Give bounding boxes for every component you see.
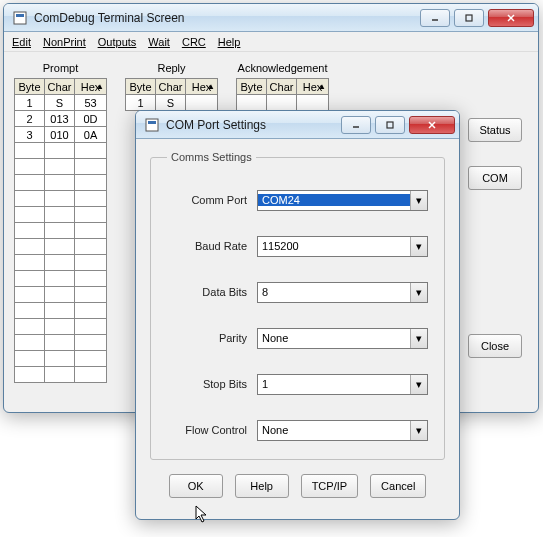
svg-rect-6 (146, 119, 158, 131)
col-byte[interactable]: Byte (126, 79, 156, 95)
menu-wait[interactable]: Wait (148, 36, 170, 48)
data-bits-label: Data Bits (167, 286, 247, 298)
stop-bits-select[interactable]: 1 ▾ (257, 374, 428, 395)
svg-rect-9 (387, 122, 393, 128)
close-window-button[interactable]: Close (468, 334, 522, 358)
parity-select[interactable]: None ▾ (257, 328, 428, 349)
dialog-titlebar[interactable]: COM Port Settings (136, 111, 459, 139)
table-row: 1S53 (15, 95, 107, 111)
dialog-minimize-button[interactable] (341, 116, 371, 134)
cursor-icon (195, 505, 211, 525)
col-hex[interactable]: Hex▲ (297, 79, 329, 95)
chevron-down-icon[interactable]: ▾ (410, 191, 427, 210)
dialog-title: COM Port Settings (166, 118, 341, 132)
ok-button[interactable]: OK (169, 474, 223, 498)
menu-edit[interactable]: Edit (12, 36, 31, 48)
dialog-icon (144, 117, 160, 133)
help-button[interactable]: Help (235, 474, 289, 498)
baud-label: Baud Rate (167, 240, 247, 252)
status-button[interactable]: Status (468, 118, 522, 142)
chevron-down-icon[interactable]: ▾ (410, 329, 427, 348)
baud-select[interactable]: 115200 ▾ (257, 236, 428, 257)
com-button[interactable]: COM (468, 166, 522, 190)
com-port-settings-dialog: COM Port Settings Comms Settings Comm Po… (135, 110, 460, 520)
comm-port-value: COM24 (258, 194, 410, 206)
sort-up-icon: ▲ (318, 82, 326, 91)
col-byte[interactable]: Byte (237, 79, 267, 95)
comms-settings-group: Comms Settings Comm Port COM24 ▾ Baud Ra… (150, 151, 445, 460)
col-char[interactable]: Char (45, 79, 75, 95)
cancel-button[interactable]: Cancel (370, 474, 426, 498)
comm-port-select[interactable]: COM24 ▾ (257, 190, 428, 211)
col-char[interactable]: Char (267, 79, 297, 95)
dialog-close-button[interactable] (409, 116, 455, 134)
app-icon (12, 10, 28, 26)
sort-up-icon: ▲ (96, 82, 104, 91)
stop-bits-label: Stop Bits (167, 378, 247, 390)
minimize-button[interactable] (420, 9, 450, 27)
table-row: 1S (126, 95, 218, 111)
col-byte[interactable]: Byte (15, 79, 45, 95)
prompt-label: Prompt (43, 62, 78, 74)
maximize-button[interactable] (454, 9, 484, 27)
flow-select[interactable]: None ▾ (257, 420, 428, 441)
chevron-down-icon[interactable]: ▾ (410, 375, 427, 394)
prompt-table[interactable]: Byte Char Hex▲ 1S53 20130D 30100A (14, 78, 107, 383)
col-char[interactable]: Char (156, 79, 186, 95)
menubar: Edit NonPrint Outputs Wait CRC Help (4, 32, 538, 52)
ack-table[interactable]: Byte Char Hex▲ (236, 78, 329, 111)
data-bits-select[interactable]: 8 ▾ (257, 282, 428, 303)
svg-rect-1 (16, 14, 24, 17)
main-title: ComDebug Terminal Screen (34, 11, 420, 25)
col-hex[interactable]: Hex▲ (75, 79, 107, 95)
ack-label: Acknowledgement (238, 62, 328, 74)
main-titlebar[interactable]: ComDebug Terminal Screen (4, 4, 538, 32)
menu-help[interactable]: Help (218, 36, 241, 48)
chevron-down-icon[interactable]: ▾ (410, 237, 427, 256)
data-bits-value: 8 (258, 286, 410, 298)
chevron-down-icon[interactable]: ▾ (410, 283, 427, 302)
stop-bits-value: 1 (258, 378, 410, 390)
reply-table[interactable]: Byte Char Hex▲ 1S (125, 78, 218, 111)
comm-port-label: Comm Port (167, 194, 247, 206)
close-button[interactable] (488, 9, 534, 27)
tcpip-button[interactable]: TCP/IP (301, 474, 358, 498)
table-row: 30100A (15, 127, 107, 143)
sort-up-icon: ▲ (207, 82, 215, 91)
prompt-section: Prompt Byte Char Hex▲ 1S53 20130D 30100A (14, 62, 107, 383)
menu-nonprint[interactable]: NonPrint (43, 36, 86, 48)
reply-label: Reply (157, 62, 185, 74)
chevron-down-icon[interactable]: ▾ (410, 421, 427, 440)
col-hex[interactable]: Hex▲ (186, 79, 218, 95)
baud-value: 115200 (258, 240, 410, 252)
dialog-maximize-button[interactable] (375, 116, 405, 134)
flow-label: Flow Control (167, 424, 247, 436)
menu-crc[interactable]: CRC (182, 36, 206, 48)
svg-rect-0 (14, 12, 26, 24)
comms-legend: Comms Settings (167, 151, 256, 163)
svg-rect-7 (148, 121, 156, 124)
table-row: 20130D (15, 111, 107, 127)
svg-rect-3 (466, 15, 472, 21)
menu-outputs[interactable]: Outputs (98, 36, 137, 48)
flow-value: None (258, 424, 410, 436)
parity-label: Parity (167, 332, 247, 344)
parity-value: None (258, 332, 410, 344)
